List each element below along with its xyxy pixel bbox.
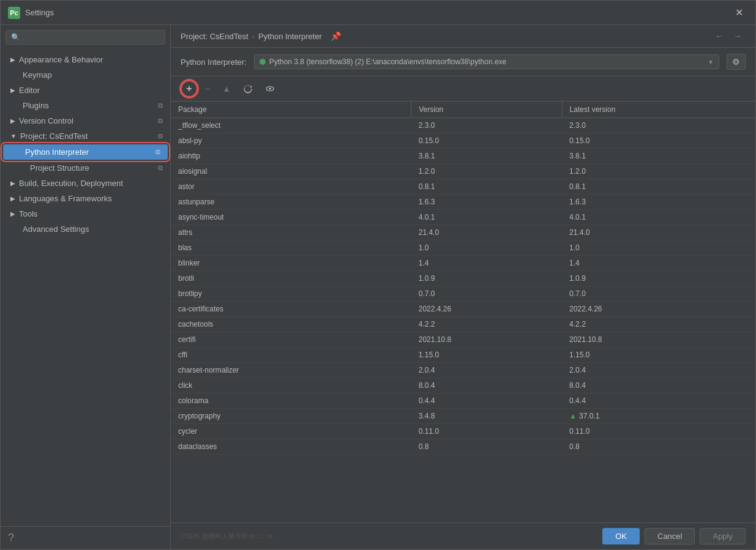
sidebar-item-plugins[interactable]: Plugins ⧉ (1, 98, 170, 113)
external-icon: ⧉ (155, 148, 160, 156)
expand-arrow-icon: ▼ (10, 133, 17, 139)
sidebar-item-languages[interactable]: ▶ Languages & Frameworks (1, 191, 170, 206)
package-version: 0.8.1 (411, 179, 562, 195)
expand-arrow-icon: ▶ (10, 210, 15, 217)
table-row: absl-py0.15.00.15.0 (171, 133, 755, 149)
package-name: dataclasses (171, 439, 411, 455)
search-input[interactable] (24, 33, 160, 42)
interpreter-select[interactable]: Python 3.8 (tensorflow38) (2) E:\anacond… (254, 54, 719, 69)
main-content: 🔍 ▶ Appearance & Behavior Keymap ▶ Edito (1, 25, 755, 549)
package-version: 3.4.8 (411, 409, 562, 424)
table-row: aiosignal1.2.01.2.0 (171, 164, 755, 179)
package-version: 1.6.3 (411, 195, 562, 210)
breadcrumb-current: Python Interpreter (258, 32, 322, 41)
package-name: ca-certificates (171, 302, 411, 317)
package-latest: 0.8.1 (562, 179, 755, 195)
sidebar-item-advanced-settings[interactable]: Advanced Settings (1, 221, 170, 237)
package-latest: 0.7.0 (562, 286, 755, 302)
package-latest: 1.4 (562, 256, 755, 271)
interpreter-row: Python Interpreter: Python 3.8 (tensorfl… (171, 48, 755, 76)
package-latest: 1.0.9 (562, 271, 755, 286)
package-latest: 2021.10.8 (562, 332, 755, 347)
interpreter-status-dot (260, 59, 266, 65)
table-row: dataclasses0.80.8 (171, 439, 755, 455)
table-row: aiohttp3.8.13.8.1 (171, 149, 755, 164)
breadcrumb-project: Project: CsEndTest (181, 32, 249, 41)
package-latest: 1.2.0 (562, 164, 755, 179)
package-name: certifi (171, 332, 411, 347)
package-latest: 4.2.2 (562, 317, 755, 332)
sidebar-item-label: Project Structure (30, 163, 89, 173)
package-latest: 0.15.0 (562, 133, 755, 149)
package-latest: 4.0.1 (562, 210, 755, 225)
sidebar-item-label: Editor (19, 86, 40, 95)
package-name: aiosignal (171, 164, 411, 179)
sidebar-item-keymap[interactable]: Keymap (1, 67, 170, 83)
pin-icon: 📌 (331, 31, 341, 41)
sidebar-tree: ▶ Appearance & Behavior Keymap ▶ Editor … (1, 50, 170, 526)
sidebar-item-python-interpreter[interactable]: Python Interpreter ⧉ (3, 144, 168, 160)
app-icon: Pc (8, 7, 20, 19)
package-name: cffi (171, 347, 411, 363)
package-latest: 0.8 (562, 439, 755, 455)
table-row: certifi2021.10.82021.10.8 (171, 332, 755, 347)
back-button[interactable]: ← (711, 30, 727, 42)
package-version: 1.0.9 (411, 271, 562, 286)
package-name: click (171, 378, 411, 393)
package-name: brotli (171, 271, 411, 286)
sidebar-item-label: Plugins (23, 101, 49, 110)
search-box[interactable]: 🔍 (6, 30, 165, 45)
expand-arrow-icon: ▶ (10, 195, 15, 202)
sidebar-item-appearance[interactable]: ▶ Appearance & Behavior (1, 52, 170, 67)
breadcrumb-sep: › (252, 32, 255, 41)
package-version: 2021.10.8 (411, 332, 562, 347)
sidebar-item-editor[interactable]: ▶ Editor (1, 83, 170, 98)
sidebar-item-version-control[interactable]: ▶ Version Control ⧉ (1, 113, 170, 128)
sidebar-item-project-structure[interactable]: Project Structure ⧉ (1, 160, 170, 176)
package-latest: ▲37.0.1 (562, 409, 755, 424)
refresh-icon (243, 84, 253, 94)
sidebar-item-label: Version Control (19, 116, 73, 125)
table-row: charset-normalizer2.0.42.0.4 (171, 363, 755, 378)
sidebar-item-tools[interactable]: ▶ Tools (1, 206, 170, 221)
table-row: async-timeout4.0.14.0.1 (171, 210, 755, 225)
help-button[interactable]: ? (1, 526, 170, 549)
table-row: ca-certificates2022.4.262022.4.26 (171, 302, 755, 317)
cancel-button[interactable]: Cancel (645, 528, 695, 544)
table-row: blinker1.41.4 (171, 256, 755, 271)
package-version: 2022.4.26 (411, 302, 562, 317)
table-row: cycler0.11.00.11.0 (171, 424, 755, 439)
package-version: 2.3.0 (411, 118, 562, 133)
remove-package-button[interactable]: − (200, 81, 215, 96)
package-latest: 8.0.4 (562, 378, 755, 393)
close-button[interactable]: ✕ (730, 4, 748, 21)
up-button[interactable]: ▲ (217, 81, 236, 96)
package-name: absl-py (171, 133, 411, 149)
refresh-button[interactable] (238, 81, 258, 96)
col-latest: Latest version (562, 102, 755, 118)
col-package: Package (171, 102, 411, 118)
package-name: async-timeout (171, 210, 411, 225)
package-latest: 0.11.0 (562, 424, 755, 439)
sidebar-item-build[interactable]: ▶ Build, Execution, Deployment (1, 176, 170, 191)
package-name: _tflow_select (171, 118, 411, 133)
packages-table-container: Package Version Latest version _tflow_se… (171, 102, 755, 522)
apply-button[interactable]: Apply (700, 528, 746, 544)
table-row: click8.0.48.0.4 (171, 378, 755, 393)
package-version: 1.4 (411, 256, 562, 271)
expand-arrow-icon: ▶ (10, 87, 15, 94)
interpreter-gear-button[interactable]: ⚙ (727, 54, 746, 70)
package-name: blinker (171, 256, 411, 271)
forward-button[interactable]: → (730, 30, 746, 42)
table-row: colorama0.4.40.4.4 (171, 393, 755, 409)
sidebar-item-label: Keymap (23, 70, 52, 80)
titlebar: Pc Settings ✕ (1, 1, 755, 25)
sidebar-item-project[interactable]: ▼ Project: CsEndTest ⧉ (1, 128, 170, 144)
package-version: 0.11.0 (411, 424, 562, 439)
show-all-button[interactable] (260, 81, 280, 96)
table-row: astunparse1.6.31.6.3 (171, 195, 755, 210)
add-package-button[interactable]: + (181, 80, 198, 97)
table-row: attrs21.4.021.4.0 (171, 225, 755, 240)
package-latest: 1.6.3 (562, 195, 755, 210)
ok-button[interactable]: OK (602, 528, 640, 544)
